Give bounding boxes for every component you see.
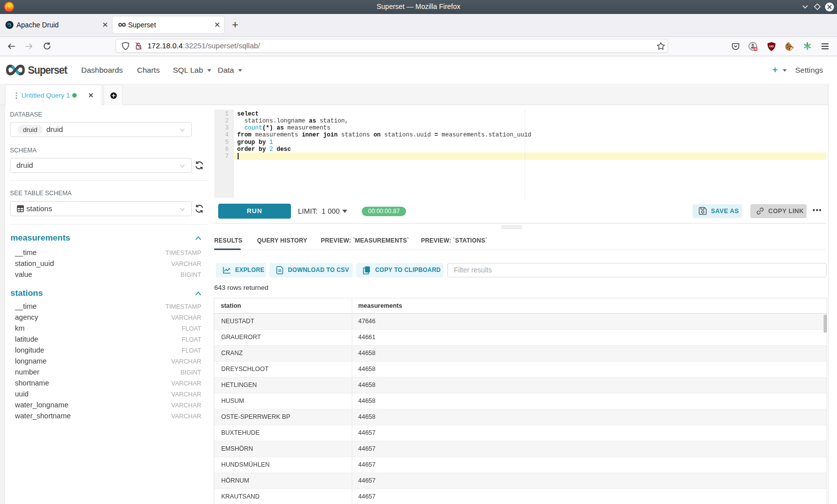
svg-text:UO: UO (769, 45, 774, 48)
svg-text:♥: ♥ (791, 48, 792, 50)
